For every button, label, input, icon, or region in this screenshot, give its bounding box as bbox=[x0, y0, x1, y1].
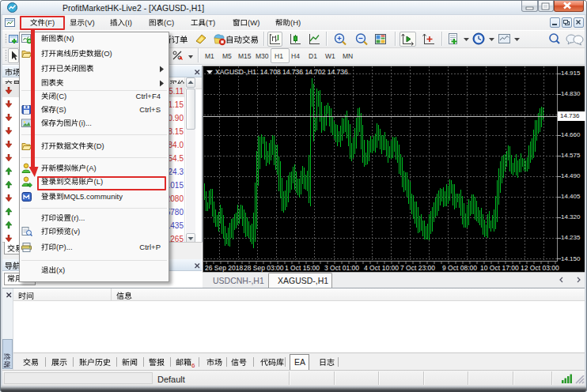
svg-text:(x): (x) bbox=[56, 266, 65, 274]
svg-text:(A): (A) bbox=[86, 164, 97, 172]
svg-text:(O): (O) bbox=[101, 49, 112, 58]
svg-text:(r)...: (r)... bbox=[71, 213, 85, 222]
svg-text:(i)...: (i)... bbox=[79, 119, 92, 127]
svg-text:(P)...: (P)... bbox=[56, 243, 73, 251]
svg-text:(N): (N) bbox=[64, 34, 74, 43]
svg-text:(v): (v) bbox=[71, 227, 80, 236]
svg-text:(D): (D) bbox=[94, 141, 104, 150]
svg-text:MQL5.community: MQL5.community bbox=[64, 192, 123, 201]
